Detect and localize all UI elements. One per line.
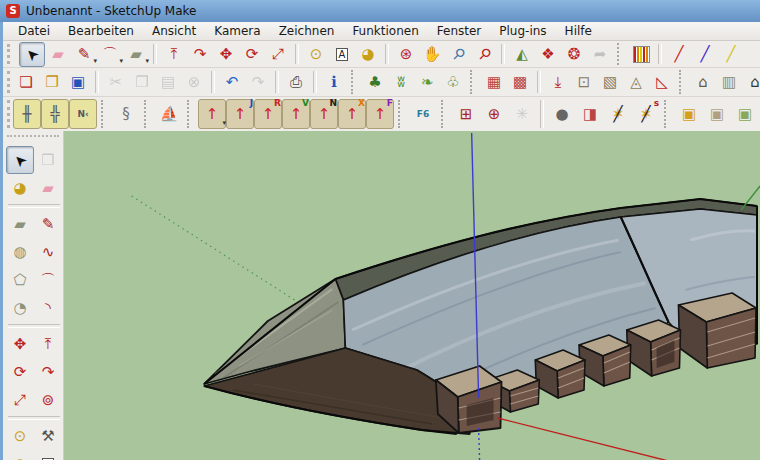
toolbar-grip[interactable] bbox=[7, 44, 16, 65]
selection-cube-green-button[interactable]: ▣ bbox=[731, 99, 759, 129]
save-file-button[interactable]: ▣ bbox=[65, 70, 91, 95]
freehand-tool-button[interactable]: ∿ bbox=[34, 238, 62, 266]
vegetation-bush-button[interactable]: ♧ bbox=[440, 70, 466, 95]
zoom-extents-button[interactable]: ⚲ bbox=[471, 42, 497, 67]
toolbar-grip[interactable] bbox=[351, 70, 358, 94]
vegetation-tree-button[interactable]: ♣ bbox=[362, 70, 388, 95]
toolbar-grip[interactable] bbox=[7, 71, 10, 93]
print-button[interactable]: ⎙ bbox=[283, 70, 309, 95]
plugin-shapes-button[interactable]: ◨ bbox=[576, 99, 604, 129]
selection-cube-yellow-button[interactable]: ▣ bbox=[675, 99, 703, 129]
text-tool-button[interactable]: A bbox=[329, 42, 355, 67]
pan-button[interactable]: ✋ bbox=[419, 42, 445, 67]
plugin-bars-2-button[interactable]: ╬ bbox=[41, 99, 69, 129]
toolbar-grip[interactable] bbox=[144, 100, 151, 129]
plugin-divide-circle-button[interactable]: ⊕ bbox=[480, 99, 508, 129]
plugin-asterisk-button[interactable]: ✳ bbox=[508, 99, 536, 129]
eraser-tool-button[interactable]: ▰ bbox=[34, 174, 62, 202]
select-tool-button[interactable]: ➤ bbox=[19, 42, 45, 67]
rectangle-tool-button[interactable]: ▰ bbox=[6, 210, 34, 238]
sandbox-add-detail-button[interactable]: ◬ bbox=[623, 70, 649, 95]
select-tool-button[interactable]: ➤ bbox=[6, 146, 34, 174]
sandbox-smoove-button[interactable]: ⤓ bbox=[545, 70, 571, 95]
eraser-tool-button[interactable]: ▰ bbox=[45, 42, 71, 67]
text-tool-button[interactable]: A bbox=[34, 450, 62, 460]
plugin-rocket-button[interactable]: ⛵ bbox=[155, 99, 183, 129]
make-component-button[interactable]: ❒ bbox=[34, 146, 62, 174]
delete-button[interactable]: ⊗ bbox=[181, 70, 207, 95]
share-model-button[interactable]: ➦ bbox=[587, 42, 613, 67]
color-by-axis-button[interactable] bbox=[628, 42, 654, 67]
protractor-tool-button[interactable]: ◔ bbox=[6, 450, 34, 460]
line-style-yellow-button[interactable]: ╱ bbox=[718, 42, 744, 67]
followme-tool-button[interactable]: ↷ bbox=[187, 42, 213, 67]
view-house-front-button[interactable]: ⌂ bbox=[742, 70, 760, 95]
tape-measure-button[interactable]: ⊙ bbox=[303, 42, 329, 67]
bug-report-button[interactable]: ❂ bbox=[561, 42, 587, 67]
circle-tool-button[interactable]: ◍ bbox=[6, 238, 34, 266]
menu-bearbeiten[interactable]: Bearbeiten bbox=[59, 23, 143, 39]
sandbox-from-scratch-button[interactable]: ▩ bbox=[507, 70, 533, 95]
plugin-up-f-button[interactable]: ↑F bbox=[366, 99, 394, 129]
scale-tool-button[interactable]: ⤢ bbox=[265, 42, 291, 67]
arc-tool-button[interactable]: ⌒▾ bbox=[97, 42, 123, 67]
toolbar-grip[interactable] bbox=[398, 100, 405, 129]
line-tool-button[interactable]: ✎ bbox=[34, 210, 62, 238]
line-tool-button[interactable]: ✎▾ bbox=[71, 42, 97, 67]
axes-tool-button[interactable]: ⚒ bbox=[34, 422, 62, 450]
vegetation-leaf-button[interactable]: ❧ bbox=[414, 70, 440, 95]
plugin-bars-1-button[interactable]: ╫ bbox=[13, 99, 41, 129]
menu-fenster[interactable]: Fenster bbox=[428, 23, 491, 39]
get-models-button[interactable]: ❖ bbox=[535, 42, 561, 67]
menu-kamera[interactable]: Kamera bbox=[205, 23, 269, 39]
plugin-sphere-button[interactable]: ● bbox=[548, 99, 576, 129]
toolbar-grip[interactable] bbox=[679, 70, 686, 94]
toolbar-grip[interactable] bbox=[617, 43, 624, 65]
rotate-tool-button[interactable]: ⟳ bbox=[6, 358, 34, 386]
two-point-arc-button[interactable]: ◝ bbox=[34, 294, 62, 322]
redo-button[interactable]: ↷ bbox=[245, 70, 271, 95]
plugin-up-menu-button[interactable]: ↑▾ bbox=[198, 99, 226, 129]
toolbar-grip[interactable] bbox=[101, 100, 108, 129]
toolbar-grip[interactable] bbox=[441, 100, 448, 129]
view-house-iso-button[interactable]: ⌂ bbox=[690, 70, 716, 95]
line-style-blue-button[interactable]: ╱ bbox=[692, 42, 718, 67]
toolbar-grip[interactable] bbox=[470, 70, 477, 94]
open-file-button[interactable]: ❐ bbox=[39, 70, 65, 95]
arc-tool-button[interactable]: ⌒ bbox=[34, 266, 62, 294]
plugin-spring-button[interactable]: § bbox=[112, 99, 140, 129]
shape-tool-button[interactable]: ▰▾ bbox=[123, 42, 149, 67]
plugin-explode-s-button[interactable]: ✶╱s bbox=[632, 99, 660, 129]
move-tool-button[interactable]: ✥ bbox=[213, 42, 239, 67]
sandbox-from-contours-button[interactable]: ▦ bbox=[481, 70, 507, 95]
menu-zeichnen[interactable]: Zeichnen bbox=[270, 23, 344, 39]
menu-ansicht[interactable]: Ansicht bbox=[143, 23, 205, 39]
selection-cube-tan-button[interactable]: ▣ bbox=[703, 99, 731, 129]
menu-datei[interactable]: Datei bbox=[9, 23, 59, 39]
copy-button[interactable]: ❐ bbox=[129, 70, 155, 95]
pie-tool-button[interactable]: ◔ bbox=[6, 294, 34, 322]
plugin-up-v-button[interactable]: ↑V bbox=[282, 99, 310, 129]
toolbar-grip[interactable] bbox=[7, 100, 10, 127]
paint-bucket-button[interactable]: ◕ bbox=[355, 42, 381, 67]
pushpull-tool-button[interactable]: ⤒ bbox=[161, 42, 187, 67]
plugin-up-j-button[interactable]: ↑J bbox=[226, 99, 254, 129]
toolbar-grip[interactable] bbox=[187, 100, 194, 129]
menu-plugins[interactable]: Plug-ins bbox=[490, 23, 555, 39]
plugin-up-x-button[interactable]: ↑X bbox=[338, 99, 366, 129]
fredo6-tools-button[interactable]: F6 bbox=[409, 99, 437, 129]
sandbox-stamp-button[interactable]: ⊡ bbox=[571, 70, 597, 95]
scale-tool-button[interactable]: ⤢ bbox=[6, 386, 34, 414]
line-style-red-button[interactable]: ╱ bbox=[666, 42, 692, 67]
model[interactable] bbox=[204, 199, 757, 434]
paint-bucket-button[interactable]: ◕ bbox=[6, 174, 34, 202]
menu-funktionen[interactable]: Funktionen bbox=[343, 23, 427, 39]
tape-measure-button[interactable]: ⊙ bbox=[6, 422, 34, 450]
zoom-button[interactable]: ⚲ bbox=[445, 42, 471, 67]
sandbox-drape-button[interactable]: ▧ bbox=[597, 70, 623, 95]
sandbox-terrain-button[interactable]: ◭ bbox=[509, 42, 535, 67]
move-tool-button[interactable]: ✥ bbox=[6, 330, 34, 358]
sandbox-flip-edge-button[interactable]: ◺ bbox=[649, 70, 675, 95]
plugin-up-r-button[interactable]: ↑R bbox=[254, 99, 282, 129]
pushpull-tool-button[interactable]: ⤒ bbox=[34, 330, 62, 358]
